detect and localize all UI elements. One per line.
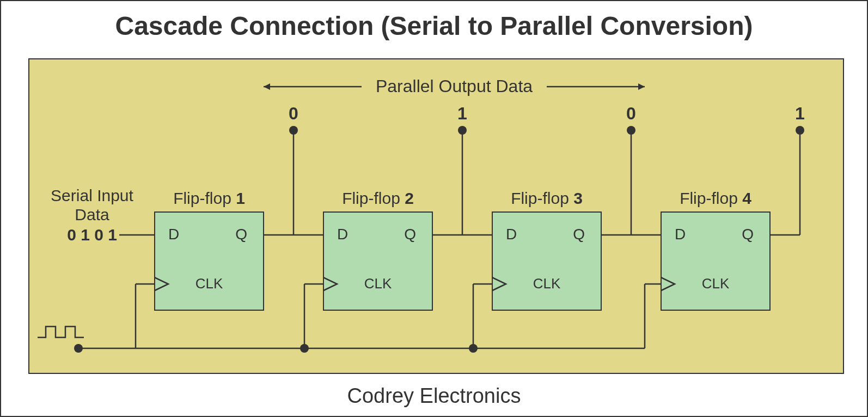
footer-label: Codrey Electronics — [1, 384, 867, 408]
serial-input-label-1: Serial Input — [51, 186, 133, 204]
page-title: Cascade Connection (Serial to Parallel C… — [1, 11, 867, 41]
ff4-num: 4 — [742, 189, 751, 207]
ff1-num: 1 — [236, 189, 245, 207]
diagram-frame: Cascade Connection (Serial to Parallel C… — [0, 0, 868, 417]
output-bit-3: 0 — [626, 104, 636, 123]
ff3-d: D — [506, 226, 517, 243]
svg-point-17 — [458, 126, 467, 135]
svg-text:Flip-flop 1: Flip-flop 1 — [173, 189, 245, 207]
ff4-d: D — [675, 226, 686, 243]
output-bit-1: 0 — [289, 104, 298, 123]
output-bit-2: 1 — [457, 104, 467, 123]
ff2-d: D — [337, 226, 348, 243]
flipflop-3: Flip-flop 3 D Q CLK — [492, 189, 601, 310]
svg-text:Flip-flop 4: Flip-flop 4 — [680, 189, 751, 207]
flipflop-4: Flip-flop 4 D Q CLK — [661, 189, 770, 310]
ff2-num: 2 — [405, 189, 414, 207]
flipflop-1: Flip-flop 1 D Q CLK — [155, 189, 264, 310]
ff3-clk: CLK — [533, 275, 561, 292]
svg-text:Flip-flop 2: Flip-flop 2 — [342, 189, 414, 207]
svg-point-23 — [796, 126, 804, 135]
ff4-q: Q — [742, 226, 754, 243]
ff3-q: Q — [573, 226, 585, 243]
clock-icon — [38, 327, 84, 337]
ff3-prefix: Flip-flop — [511, 189, 573, 207]
ff2-prefix: Flip-flop — [342, 189, 405, 207]
parallel-output-label: Parallel Output Data — [376, 76, 533, 96]
svg-marker-3 — [638, 83, 645, 90]
schematic-svg: Parallel Output Data Flip-flop 1 D Q CLK — [29, 59, 843, 373]
svg-point-28 — [300, 344, 309, 353]
ff3-num: 3 — [573, 189, 583, 207]
svg-point-20 — [627, 126, 635, 135]
svg-point-31 — [469, 344, 478, 353]
ff4-clk: CLK — [702, 275, 730, 292]
svg-point-34 — [74, 344, 83, 353]
ff2-q: Q — [404, 226, 416, 243]
flipflop-2: Flip-flop 2 D Q CLK — [323, 189, 432, 310]
ff2-clk: CLK — [364, 275, 392, 292]
ff4-prefix: Flip-flop — [680, 189, 742, 207]
serial-input-label-2: Data — [75, 206, 109, 223]
serial-input-value: 0 1 0 1 — [67, 226, 117, 244]
diagram-canvas: Parallel Output Data Flip-flop 1 D Q CLK — [28, 58, 844, 374]
ff1-clk: CLK — [195, 275, 223, 292]
output-bit-4: 1 — [795, 104, 805, 123]
svg-text:Flip-flop 3: Flip-flop 3 — [511, 189, 583, 207]
svg-marker-1 — [264, 83, 270, 90]
ff1-prefix: Flip-flop — [173, 189, 236, 207]
ff1-q: Q — [235, 226, 247, 243]
svg-point-14 — [289, 126, 298, 135]
ff1-d: D — [168, 226, 179, 243]
